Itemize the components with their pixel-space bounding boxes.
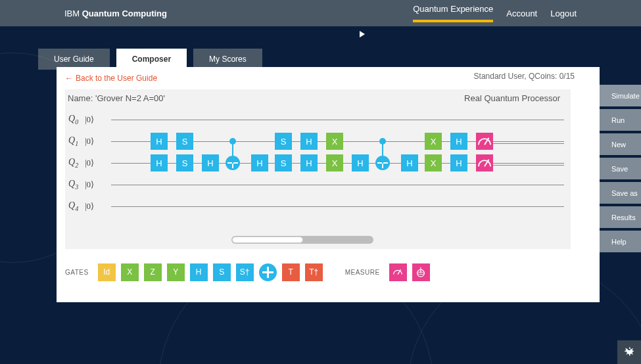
measure-icon: [476, 154, 493, 171]
palette-gate-x[interactable]: X: [121, 263, 139, 281]
wire-line: [111, 185, 564, 185]
nav-logout[interactable]: Logout: [550, 9, 577, 18]
qubit-label: Q3: [68, 179, 78, 191]
palette-gate-z[interactable]: Z: [144, 263, 162, 281]
gate-measure[interactable]: [476, 133, 493, 150]
nav-quantum-experience[interactable]: Quantum Experience: [413, 4, 493, 22]
palette-gate-t[interactable]: T: [282, 263, 300, 281]
gate-measure[interactable]: [476, 154, 493, 171]
ket-label: |0⟩: [85, 136, 94, 147]
ket-label: |0⟩: [85, 114, 94, 125]
qubit-label: Q2: [68, 157, 78, 169]
palette-measure-bloch[interactable]: [412, 263, 430, 281]
back-to-guide-link[interactable]: ← Back to the User Guide: [65, 74, 157, 83]
gate-h[interactable]: H: [151, 133, 168, 150]
cnot-connector: [382, 141, 383, 164]
top-header: IBM Quantum Computing Quantum Experience…: [0, 0, 641, 26]
arrow-left-icon: ←: [65, 74, 73, 83]
palette-gate-id[interactable]: Id: [98, 263, 116, 281]
ket-label: |0⟩: [85, 201, 94, 212]
nav-links: Quantum Experience Account Logout: [413, 4, 577, 22]
back-link-label: Back to the User Guide: [76, 74, 157, 83]
gate-x[interactable]: X: [326, 154, 343, 171]
horizontal-scrollbar[interactable]: [231, 236, 373, 244]
palette-gate-s[interactable]: S: [213, 263, 231, 281]
palette-gate-cnot[interactable]: [259, 263, 277, 281]
ket-label: |0⟩: [85, 179, 94, 190]
user-info: Standard User, QCoins: 0/15: [474, 72, 575, 81]
gate-x[interactable]: X: [425, 154, 442, 171]
nav-account[interactable]: Account: [506, 9, 537, 18]
circuit-canvas[interactable]: Name: 'Grover N=2 A=00' Real Quantum Pro…: [65, 89, 571, 249]
workspace: ← Back to the User Guide Standard User, …: [57, 67, 600, 302]
gate-h[interactable]: H: [251, 154, 268, 171]
palette-measure-z[interactable]: [389, 263, 407, 281]
ket-label: |0⟩: [85, 158, 94, 168]
gate-h[interactable]: H: [300, 154, 318, 171]
brand-bold: Quantum Computing: [82, 9, 167, 18]
wire-line: [111, 120, 564, 120]
help-button[interactable]: Help: [600, 231, 641, 252]
bug-icon: [623, 346, 635, 358]
palette-gate-sdag[interactable]: S†: [236, 263, 254, 281]
measure-section-label: MEASURE: [345, 269, 380, 276]
run-button[interactable]: Run: [600, 109, 641, 131]
measure-icon: [392, 266, 404, 278]
palette-gate-y[interactable]: Y: [167, 263, 185, 281]
processor-label: Real Quantum Processor: [464, 93, 560, 103]
gate-h[interactable]: H: [151, 154, 168, 171]
gates-section-label: GATES: [65, 269, 89, 276]
action-buttons: Simulate Run New Save Save as Results He…: [600, 85, 641, 255]
gate-x[interactable]: X: [326, 133, 343, 150]
gate-s[interactable]: S: [275, 133, 292, 150]
qubit-label: Q4: [68, 200, 78, 212]
scroll-thumb[interactable]: [232, 237, 303, 243]
new-button[interactable]: New: [600, 133, 641, 155]
qubit-label: Q0: [68, 114, 78, 125]
gate-palette: GATES Id X Z Y H S S† T T† MEASURE: [65, 258, 571, 286]
simulate-button[interactable]: Simulate: [600, 85, 641, 106]
gate-h[interactable]: H: [401, 154, 418, 171]
gate-h[interactable]: H: [352, 154, 369, 171]
brand: IBM Quantum Computing: [64, 9, 167, 18]
classical-wire: [493, 141, 564, 142]
qubit-row-0: Q0 |0⟩: [65, 109, 571, 131]
cnot-connector: [232, 141, 233, 164]
gate-h[interactable]: H: [202, 154, 219, 171]
save-as-button[interactable]: Save as: [600, 182, 641, 204]
bloch-icon: [415, 266, 427, 278]
qubit-row-1: Q1 |0⟩ H S S H X X H: [65, 131, 571, 152]
svg-marker-0: [360, 31, 365, 37]
qubit-row-2: Q2 |0⟩ H S H H S H X H H X H: [65, 152, 571, 174]
classical-wire: [493, 163, 564, 164]
gate-s[interactable]: S: [275, 154, 292, 171]
results-button[interactable]: Results: [600, 206, 641, 228]
palette-gate-tdag[interactable]: T†: [305, 263, 323, 281]
arrow-right-icon: [360, 31, 366, 37]
brand-light: IBM: [64, 9, 82, 18]
gate-s[interactable]: S: [176, 133, 193, 150]
wires: Q0 |0⟩ Q1 |0⟩ H S S H X X H: [65, 109, 571, 217]
circuit-name: Name: 'Grover N=2 A=00': [68, 93, 165, 103]
qubit-label: Q1: [68, 135, 78, 147]
gate-h[interactable]: H: [450, 154, 467, 171]
gate-h[interactable]: H: [300, 133, 318, 150]
wire-line: [111, 206, 564, 207]
measure-icon: [476, 133, 493, 150]
gate-h[interactable]: H: [450, 133, 467, 150]
gate-x[interactable]: X: [425, 133, 442, 150]
palette-gate-h[interactable]: H: [190, 263, 208, 281]
save-button[interactable]: Save: [600, 158, 641, 179]
bug-report-button[interactable]: [617, 340, 641, 364]
qubit-row-4: Q4 |0⟩: [65, 196, 571, 217]
qubit-row-3: Q3 |0⟩: [65, 174, 571, 196]
gate-s[interactable]: S: [176, 154, 193, 171]
